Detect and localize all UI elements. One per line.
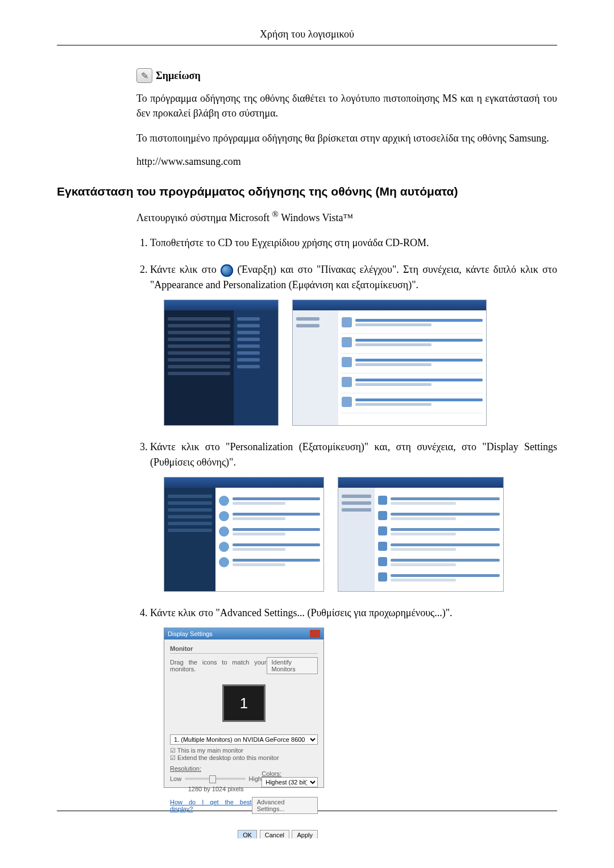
step-3: Κάντε κλικ στο "Personalization (Εξατομί… xyxy=(150,439,557,592)
dialog-title: Display Settings xyxy=(168,630,213,637)
advanced-settings-button: Advanced Settings... xyxy=(252,797,318,814)
apply-button: Apply xyxy=(292,830,318,838)
step-2-text-a: Κάντε κλικ στο xyxy=(150,264,221,275)
step-4: Κάντε κλικ στο "Advanced Settings... (Ρυ… xyxy=(150,605,557,788)
step-2: Κάντε κλικ στο (Έναρξη) και στο "Πίνακας… xyxy=(150,262,557,426)
identify-monitors-button: Identify Monitors xyxy=(267,657,318,674)
os-prefix: Λειτουργικό σύστημα Microsoft xyxy=(136,212,272,223)
note-paragraph-2: Το πιστοποιημένο πρόγραμμα οδήγησης θα β… xyxy=(136,131,557,146)
dialog-hint: Drag the icons to match your monitors. xyxy=(170,659,267,672)
step-4-text: Κάντε κλικ στο "Advanced Settings... (Ρυ… xyxy=(150,607,453,618)
colors-dropdown: Highest (32 bit) xyxy=(262,777,318,787)
os-suffix: Windows Vista™ xyxy=(279,212,353,223)
start-orb-icon xyxy=(221,264,233,277)
close-icon xyxy=(310,630,320,638)
step-3-text: Κάντε κλικ στο "Personalization (Εξατομί… xyxy=(150,441,557,468)
screenshots-step-3 xyxy=(164,477,557,592)
cb-extend-desktop: ☑ Extend the desktop onto this monitor xyxy=(170,754,318,762)
top-rule xyxy=(57,45,557,45)
screenshot-display-settings-dialog: Display Settings Monitor Drag the icons … xyxy=(164,628,324,788)
cancel-button: Cancel xyxy=(260,830,289,838)
note-title: Σημείωση xyxy=(156,70,201,82)
screenshot-personalization-1 xyxy=(164,477,324,592)
slider-low-label: Low xyxy=(170,775,181,782)
step-1: Τοποθετήστε το CD του Εγχειρίδιου χρήσης… xyxy=(150,235,557,251)
ok-button: OK xyxy=(238,830,257,838)
note-icon: ✎ xyxy=(136,68,152,83)
slider-high-label: High xyxy=(249,775,262,782)
monitor-preview: 1 xyxy=(222,684,265,722)
page-running-header: Χρήση του λογισμικού xyxy=(57,28,557,40)
help-link: How do I get the best display? xyxy=(170,799,252,812)
dialog-tab: Monitor xyxy=(170,645,318,654)
resolution-label: Resolution: xyxy=(170,765,262,772)
note-paragraph-1: Το πρόγραμμα οδήγησης της οθόνης διαθέτε… xyxy=(136,91,557,121)
section-title: Εγκατάσταση του προγράμματος οδήγησης τη… xyxy=(57,185,557,198)
cb-main-monitor: ☑ This is my main monitor xyxy=(170,747,318,754)
note-url: http://www.samsung.com xyxy=(136,156,557,168)
colors-label: Colors: xyxy=(262,770,318,777)
resolution-slider xyxy=(185,778,245,780)
screenshot-personalization-2 xyxy=(338,477,504,592)
screenshot-start-menu xyxy=(164,300,279,426)
screenshot-control-panel xyxy=(292,300,487,426)
resolution-value: 1280 by 1024 pixels xyxy=(170,786,262,792)
registered-mark: ® xyxy=(272,210,279,219)
os-line: Λειτουργικό σύστημα Microsoft ® Windows … xyxy=(136,209,557,225)
screenshots-step-2 xyxy=(164,300,557,426)
monitor-dropdown: 1. (Multiple Monitors) on NVIDIA GeForce… xyxy=(170,734,318,745)
